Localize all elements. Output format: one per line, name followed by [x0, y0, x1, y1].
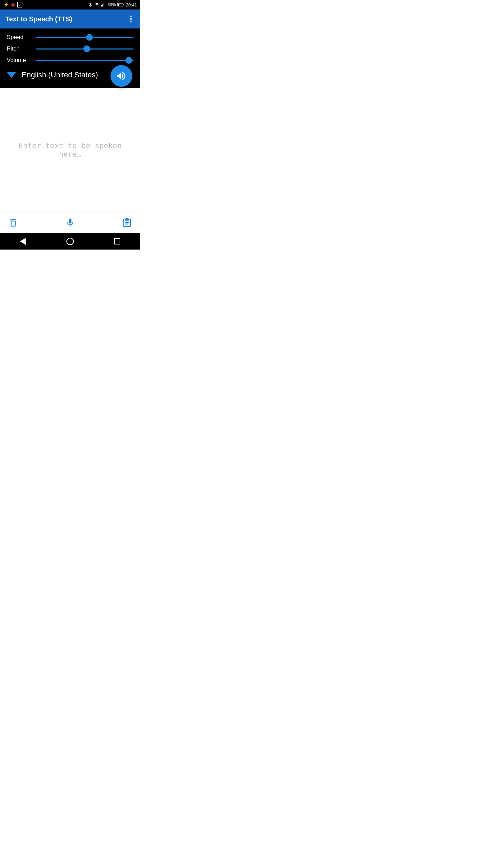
volume-label: Volume — [7, 57, 30, 64]
svg-rect-1 — [102, 4, 103, 6]
trash-icon — [8, 218, 18, 228]
controls-section: Speed Pitch Volume English (United State… — [0, 28, 140, 88]
paste-button[interactable] — [122, 218, 132, 228]
time: 20:41 — [126, 2, 137, 7]
svg-rect-3 — [104, 3, 104, 6]
microphone-button[interactable] — [65, 218, 75, 228]
bottom-toolbar — [0, 212, 140, 233]
debug-icon: 🐞 — [11, 2, 16, 7]
speed-slider[interactable] — [36, 34, 134, 41]
speed-slider-row: Speed — [7, 34, 134, 41]
svg-rect-0 — [101, 5, 102, 7]
pitch-track — [36, 48, 134, 50]
speaker-icon — [116, 71, 127, 81]
back-button[interactable] — [20, 238, 26, 245]
volume-slider-row: Volume — [7, 57, 134, 64]
chevron-down-icon — [7, 72, 16, 78]
language-label: English (United States) — [22, 71, 98, 79]
svg-rect-2 — [103, 4, 104, 6]
mic-icon — [65, 218, 75, 228]
check-icon: ✓ — [17, 2, 22, 7]
status-right-icons: 33% 20:41 — [88, 2, 137, 7]
language-selector[interactable]: English (United States) — [7, 68, 134, 81]
status-bar: ⚡ 🐞 ✓ 33% 20:41 — [0, 0, 140, 9]
text-input[interactable] — [7, 141, 134, 158]
speed-track — [36, 37, 134, 38]
volume-slider[interactable] — [36, 57, 134, 64]
recent-button[interactable] — [114, 238, 120, 244]
speed-thumb[interactable] — [86, 34, 93, 41]
clear-button[interactable] — [8, 218, 18, 228]
status-left-icons: ⚡ 🐞 ✓ — [3, 2, 22, 7]
speak-button[interactable] — [110, 65, 132, 87]
volume-track — [36, 60, 134, 61]
usb-icon: ⚡ — [3, 2, 9, 7]
app-bar: Text to Speech (TTS) ⋮ — [0, 9, 140, 28]
pitch-slider-row: Pitch — [7, 45, 134, 52]
clipboard-icon — [122, 218, 132, 228]
battery-icon — [117, 3, 124, 7]
pitch-thumb[interactable] — [83, 45, 90, 52]
svg-rect-6 — [118, 4, 120, 6]
volume-thumb[interactable] — [125, 57, 132, 64]
more-menu-button[interactable]: ⋮ — [127, 14, 135, 24]
speed-label: Speed — [7, 34, 30, 41]
wifi-icon — [95, 2, 99, 7]
bluetooth-icon — [88, 2, 93, 7]
battery-percentage: 33% — [107, 2, 116, 7]
home-button[interactable] — [66, 238, 74, 245]
signal-icon — [101, 2, 106, 7]
pitch-label: Pitch — [7, 45, 30, 52]
pitch-slider[interactable] — [36, 45, 134, 52]
app-title: Text to Speech (TTS) — [5, 15, 72, 23]
text-area-container[interactable] — [0, 88, 140, 212]
svg-rect-5 — [124, 4, 124, 5]
nav-bar — [0, 233, 140, 250]
